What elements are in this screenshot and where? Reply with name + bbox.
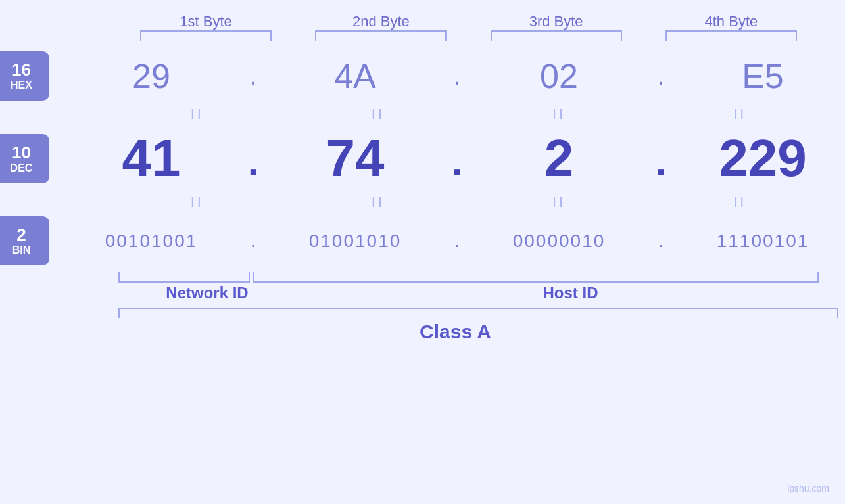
- bin-byte1: 00101001: [62, 231, 240, 252]
- dec-byte1: 41: [62, 128, 240, 189]
- bin-badge-label: BIN: [12, 244, 31, 256]
- bin-byte3: 00000010: [470, 231, 648, 252]
- eq1-dot2: [457, 106, 481, 123]
- labels-row: Network ID Host ID: [118, 284, 819, 302]
- top-bracket-3: [491, 30, 622, 41]
- top-brackets: [26, 30, 819, 41]
- watermark: ipshu.com: [787, 483, 829, 493]
- hex-dot3: .: [648, 61, 674, 91]
- hex-byte1: 29: [62, 57, 240, 96]
- hex-cells: 29 . 4A . 02 . E5: [62, 57, 845, 96]
- class-section: Class A: [26, 308, 819, 343]
- eq1-sign4: II: [733, 106, 746, 123]
- bin-row: 2 BIN 00101001 . 01001010 . 00000010 .: [26, 216, 819, 265]
- bin-cells: 00101001 . 01001010 . 00000010 . 1110010…: [62, 231, 845, 252]
- class-label: Class A: [92, 321, 819, 343]
- bracket-cell-4: [644, 30, 819, 41]
- hex-badge-label: HEX: [11, 80, 32, 91]
- network-bracket-wrap: [118, 272, 250, 283]
- eq1-sign2: II: [372, 106, 385, 123]
- hex-byte4: E5: [674, 57, 845, 96]
- bin-dot2: .: [444, 231, 470, 252]
- hex-dot1: .: [240, 61, 266, 91]
- host-id-label-wrap: Host ID: [322, 284, 819, 302]
- hex-byte2: 4A: [266, 57, 444, 96]
- bottom-brackets: [118, 272, 819, 283]
- eq2-dot3: [638, 194, 662, 211]
- byte3-header: 3rd Byte: [469, 13, 644, 30]
- bin-badge: 2 BIN: [0, 216, 49, 265]
- eq1-cell3: II: [480, 106, 638, 123]
- eq2-cell2: II: [299, 194, 457, 211]
- eq1-sign3: II: [552, 106, 566, 123]
- bottom-section: Network ID Host ID: [26, 272, 819, 302]
- equals-row-2: II II II II: [26, 194, 819, 211]
- bin-byte4: 11100101: [674, 231, 845, 252]
- eq1-cell1: II: [118, 106, 276, 123]
- dec-dot2: .: [444, 142, 470, 175]
- eq2-sign1: II: [191, 194, 204, 211]
- eq2-dot1: [276, 194, 300, 211]
- host-bracket: [253, 272, 819, 283]
- dec-byte3: 2: [470, 128, 648, 189]
- dec-cells: 41 . 74 . 2 . 229: [62, 128, 845, 189]
- byte4-header: 4th Byte: [644, 13, 819, 30]
- dec-badge: 10 DEC: [0, 134, 49, 183]
- main-container: 1st Byte 2nd Byte 3rd Byte 4th Byte 16 H…: [0, 0, 845, 504]
- dec-byte4: 229: [674, 128, 845, 189]
- eq1-dot3: [638, 106, 662, 123]
- bracket-cell-2: [293, 30, 468, 41]
- bin-byte2: 01001010: [266, 231, 444, 252]
- top-bracket-2: [315, 30, 447, 41]
- network-bracket: [118, 272, 250, 283]
- eq2-cell3: II: [480, 194, 638, 211]
- eq2-cell1: II: [118, 194, 276, 211]
- eq1-sign1: II: [191, 106, 204, 123]
- byte1-header: 1st Byte: [118, 13, 293, 30]
- dec-row: 10 DEC 41 . 74 . 2 . 229: [26, 128, 819, 189]
- class-bracket: [118, 308, 838, 318]
- eq1-cell2: II: [299, 106, 457, 123]
- dec-badge-label: DEC: [11, 162, 33, 174]
- bin-badge-number: 2: [16, 225, 26, 244]
- eq1-cell4: II: [661, 106, 819, 123]
- dec-byte2: 74: [266, 128, 444, 189]
- eq2-sign2: II: [372, 194, 385, 211]
- equals-row-1: II II II II: [26, 106, 819, 123]
- hex-badge: 16 HEX: [0, 51, 49, 101]
- bin-dot3: .: [648, 231, 674, 252]
- host-id-label: Host ID: [543, 284, 598, 302]
- bracket-cell-3: [469, 30, 644, 41]
- bin-dot1: .: [240, 231, 266, 252]
- top-bracket-4: [665, 30, 797, 41]
- network-id-label: Network ID: [166, 284, 248, 302]
- dec-badge-number: 10: [12, 143, 31, 162]
- byte2-header: 2nd Byte: [293, 13, 468, 30]
- eq2-sign4: II: [733, 194, 746, 211]
- hex-row: 16 HEX 29 . 4A . 02 . E5: [26, 51, 819, 101]
- bracket-cell-1: [118, 30, 293, 41]
- byte-headers: 1st Byte 2nd Byte 3rd Byte 4th Byte: [26, 13, 819, 30]
- network-id-label-wrap: Network ID: [118, 284, 296, 302]
- hex-badge-number: 16: [12, 60, 31, 80]
- eq2-dot2: [457, 194, 481, 211]
- hex-dot2: .: [444, 61, 470, 91]
- hex-byte3: 02: [470, 57, 648, 96]
- eq1-dot1: [276, 106, 300, 123]
- eq2-sign3: II: [552, 194, 566, 211]
- eq2-cell4: II: [661, 194, 819, 211]
- top-bracket-1: [140, 30, 272, 41]
- dec-dot1: .: [240, 142, 266, 175]
- dec-dot3: .: [648, 142, 674, 175]
